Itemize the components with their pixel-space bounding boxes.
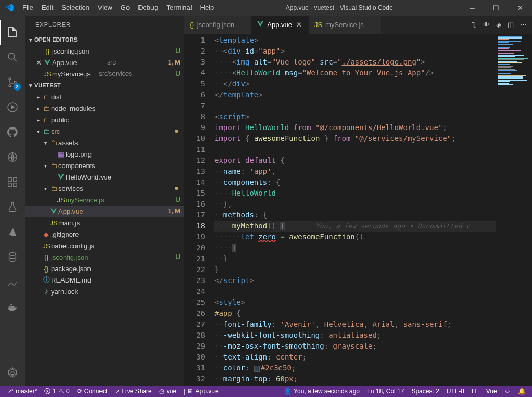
- open-editor-item[interactable]: ✕App.vuesrc1, M: [25, 57, 184, 68]
- line-number-gutter[interactable]: 1234567891011121314151617181920212223242…: [184, 34, 214, 386]
- menu-go[interactable]: Go: [117, 0, 134, 16]
- svg-rect-6: [8, 178, 11, 181]
- menu-selection[interactable]: Selection: [57, 0, 93, 16]
- tree-item[interactable]: {}package.json: [25, 263, 184, 274]
- settings-icon[interactable]: [0, 361, 25, 386]
- status-blame[interactable]: 👤 You, a few seconds ago: [282, 388, 362, 395]
- tree-item[interactable]: ▸🗀node_modules: [25, 103, 184, 114]
- close-button[interactable]: ✕: [508, 0, 532, 16]
- menu-view[interactable]: View: [94, 0, 117, 16]
- azure-icon[interactable]: [0, 220, 25, 245]
- explorer-sidebar: EXPLORER ▾OPEN EDITORS {}jsconfig.jsonU✕…: [25, 16, 184, 386]
- search-icon[interactable]: [0, 45, 25, 70]
- code-editor[interactable]: 1234567891011121314151617181920212223242…: [184, 34, 532, 386]
- status-eol[interactable]: LF: [470, 388, 481, 395]
- status-file[interactable]: | 🗎 App.vue: [182, 388, 221, 395]
- menu-file[interactable]: File: [18, 0, 37, 16]
- titlebar: FileEditSelectionViewGoDebugTerminalHelp…: [0, 0, 532, 16]
- editor-area: {}jsconfig.jsonApp.vue✕JSmyService.js⇅👁◈…: [184, 16, 532, 386]
- menu-help[interactable]: Help: [196, 0, 219, 16]
- tree-item[interactable]: JSmyService.jsU: [25, 194, 184, 206]
- tree-item[interactable]: JSmain.js: [25, 217, 184, 228]
- github-icon[interactable]: [0, 120, 25, 145]
- svg-point-2: [9, 85, 11, 87]
- status-encoding[interactable]: UTF-8: [445, 388, 466, 395]
- tree-item[interactable]: ◆.gitignore: [25, 228, 184, 240]
- open-editor-item[interactable]: JSmyService.jssrc/servicesU: [25, 68, 184, 80]
- status-cursor[interactable]: Ln 18, Col 17: [365, 388, 406, 395]
- menu-bar: FileEditSelectionViewGoDebugTerminalHelp: [18, 0, 218, 16]
- tree-item[interactable]: ▦logo.png: [25, 148, 184, 160]
- status-indent[interactable]: Spaces: 2: [409, 388, 441, 395]
- tree-item[interactable]: ▸🗀dist: [25, 91, 184, 103]
- status-connect[interactable]: ⟳ Connect: [75, 388, 110, 395]
- menu-terminal[interactable]: Terminal: [162, 0, 196, 16]
- svg-rect-14: [10, 304, 12, 306]
- status-bar: ⎇ master* ⓧ 1 ⚠ 0 ⟳ Connect ↗ Live Share…: [0, 386, 532, 397]
- status-feedback-icon[interactable]: ☺: [502, 388, 513, 395]
- svg-rect-12: [10, 306, 12, 308]
- tree-item[interactable]: App.vue1, M: [25, 206, 184, 217]
- tree-item[interactable]: JSbabel.config.js: [25, 240, 184, 251]
- maximize-button[interactable]: ☐: [484, 0, 508, 16]
- source-control-icon[interactable]: 3: [0, 70, 25, 95]
- extensions-icon[interactable]: [0, 170, 25, 195]
- tree-item[interactable]: ▸🗀public: [25, 114, 184, 125]
- reveal-icon[interactable]: 👁: [483, 21, 490, 29]
- debug-icon[interactable]: [0, 95, 25, 120]
- minimize-button[interactable]: ─: [460, 0, 484, 16]
- tree-item[interactable]: ⓘREADME.md: [25, 274, 184, 286]
- menu-edit[interactable]: Edit: [37, 0, 57, 16]
- window-controls: ─ ☐ ✕: [460, 0, 532, 16]
- tree-item[interactable]: {}jsconfig.jsonU: [25, 251, 184, 263]
- editor-tab[interactable]: App.vue✕: [251, 16, 309, 34]
- editor-tab[interactable]: JSmyService.js: [309, 16, 381, 34]
- code-content[interactable]: <template>··<div id="app">····<img alt="…: [214, 34, 496, 386]
- tree-item[interactable]: ▾🗀components: [25, 160, 184, 171]
- status-problems[interactable]: ⓧ 1 ⚠ 0: [42, 387, 71, 396]
- status-lang-server[interactable]: ◷ vue: [157, 388, 179, 395]
- menu-debug[interactable]: Debug: [134, 0, 162, 16]
- explorer-icon[interactable]: [0, 20, 25, 45]
- tree-item[interactable]: ▾🗀src: [25, 125, 184, 137]
- tree-item[interactable]: ▾🗀services: [25, 183, 184, 194]
- tree-item[interactable]: HelloWorld.vue: [25, 171, 184, 183]
- svg-rect-11: [9, 306, 10, 308]
- status-language[interactable]: Vue: [484, 388, 499, 395]
- tree-item[interactable]: ▾🗀assets: [25, 137, 184, 148]
- status-bell-icon[interactable]: 🔔: [516, 388, 528, 395]
- svg-rect-9: [14, 178, 17, 181]
- compare-icon[interactable]: ⇅: [471, 21, 477, 29]
- test-icon[interactable]: [0, 195, 25, 220]
- docker-icon[interactable]: [0, 294, 25, 319]
- svg-rect-7: [8, 183, 11, 186]
- vscode-icon: [0, 3, 18, 12]
- minimap[interactable]: [496, 34, 532, 386]
- split-icon[interactable]: ◫: [508, 21, 514, 29]
- more-icon[interactable]: ⋯: [520, 21, 527, 29]
- extension-icon-1[interactable]: [0, 145, 25, 170]
- svg-rect-8: [14, 183, 17, 186]
- sidebar-title: EXPLORER: [25, 16, 184, 34]
- svg-point-1: [9, 78, 11, 80]
- window-title: App.vue - vuetest - Visual Studio Code: [218, 4, 460, 11]
- open-editors-header[interactable]: ▾OPEN EDITORS: [25, 34, 184, 45]
- editor-tab[interactable]: {}jsconfig.json: [184, 16, 251, 34]
- svg-rect-13: [12, 306, 14, 308]
- extension-icon-2[interactable]: [0, 270, 25, 294]
- status-liveshare[interactable]: ↗ Live Share: [112, 388, 154, 395]
- tree-item[interactable]: ⚷yarn.lock: [25, 286, 184, 297]
- editor-tabs: {}jsconfig.jsonApp.vue✕JSmyService.js⇅👁◈…: [184, 16, 532, 34]
- status-branch[interactable]: ⎇ master*: [4, 388, 39, 395]
- scm-badge: 3: [14, 83, 21, 91]
- svg-point-10: [9, 253, 16, 256]
- diff-icon[interactable]: ◈: [496, 21, 501, 29]
- database-icon[interactable]: [0, 245, 25, 270]
- svg-point-15: [11, 372, 14, 375]
- close-icon[interactable]: ✕: [295, 21, 303, 29]
- svg-point-0: [8, 53, 15, 59]
- activity-bar: 3: [0, 16, 25, 386]
- project-header[interactable]: ▾VUETEST: [25, 80, 184, 91]
- open-editor-item[interactable]: {}jsconfig.jsonU: [25, 45, 184, 57]
